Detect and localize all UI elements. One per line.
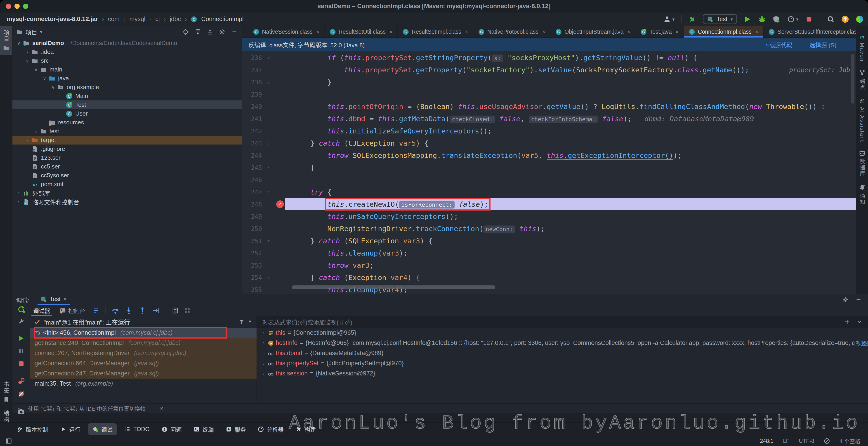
fold-icon[interactable]: ▵ [262,165,275,171]
line-separator[interactable]: LF [783,438,789,444]
line-number[interactable]: 237 [242,66,262,73]
stop-debug-button[interactable] [18,360,25,367]
sidebar-item-通知[interactable]: 通知 [856,184,868,205]
tree-item-target[interactable]: ›target [12,136,242,145]
toolwindow-问题[interactable]: 问题 [157,423,186,435]
tree-chevron-icon[interactable]: › [32,129,40,134]
stack-frame[interactable]: connect:207, NonRegisteringDriver(com.my… [30,348,256,358]
editor-tab[interactable]: CResultSetImpl.class× [398,26,473,37]
line-number[interactable]: 250 [242,225,262,232]
close-tab-icon[interactable]: × [316,29,319,35]
editor-tab[interactable]: CServerStatusDiffInterceptor.class× [764,26,868,37]
horizontal-scrollbar[interactable] [292,286,495,289]
line-number[interactable]: 255 [242,286,262,293]
expand-icon[interactable]: › [260,340,268,346]
line-number[interactable]: 242 [242,127,262,135]
user-menu-button[interactable]: ▾ [663,16,675,23]
hide-tabs-icon[interactable]: — [242,26,248,37]
breadcrumb-item[interactable]: cj [155,16,160,23]
evaluate-expression-button[interactable] [172,307,178,314]
tab-debugger[interactable]: 调试器 [31,305,52,316]
thread-selector[interactable]: "main"@1 在组"main": 正在运行 ▾ [30,316,256,328]
sidebar-item-bookmarks[interactable]: 书签 [0,378,12,407]
expand-icon[interactable]: › [260,351,268,356]
line-number[interactable]: 254 [242,274,262,281]
tree-item-[interactable]: ›外部库 [12,189,242,198]
add-watch-button[interactable] [844,319,850,325]
fold-icon[interactable]: ▵ [262,274,275,280]
fold-icon[interactable]: ▵ [262,79,275,85]
editor-tab[interactable]: CTest.java× [636,26,684,37]
line-number[interactable]: 246 [242,176,262,183]
watch-options-button[interactable] [856,319,863,325]
vertical-scrollbar[interactable] [851,54,855,103]
stack-frame[interactable]: getConnection:247, DriverManager(java.sq… [30,368,256,379]
line-number[interactable]: 241 [242,115,262,122]
toolwindow-版本控制[interactable]: 版本控制 [13,423,53,435]
tree-item-src[interactable]: ∨src [12,56,242,65]
close-tab-icon[interactable]: × [465,29,468,35]
indent-setting[interactable]: 4 个空格 [839,437,860,445]
thread-dropdown-icon[interactable]: ▾ [249,319,251,325]
readonly-icon[interactable] [824,438,830,444]
tree-item-.idea[interactable]: ›.idea [12,48,242,56]
tree-chevron-icon[interactable]: › [15,199,23,204]
editor-tab[interactable]: CNativeSession.class× [248,26,324,37]
variable-row[interactable]: ›this.dbmd={DatabaseMetaData@989} [257,348,868,358]
run-button[interactable] [744,16,751,23]
tree-item-cc5yso.ser[interactable]: cc5yso.ser [12,171,242,180]
debug-session-tab[interactable]: Test × [37,294,70,305]
variable-row[interactable]: ›this.session={NativeSession@972} [257,368,868,379]
line-number[interactable]: 249 [242,213,262,220]
breakpoint-icon[interactable]: ✓ [276,200,284,208]
tool-window-switcher-icon[interactable] [5,438,12,444]
line-number[interactable]: 247 [242,189,262,196]
line-number[interactable]: 252 [242,250,262,257]
fold-icon[interactable]: ▿ [262,55,275,61]
build-button[interactable] [688,16,696,23]
tree-item-[interactable]: ›临时文件和控制台 [12,198,242,206]
debug-settings-button[interactable] [842,297,848,303]
tree-item-.gitignore[interactable]: .gitignore [12,145,242,153]
sidebar-item-project[interactable]: 项目 [0,26,12,55]
search-everywhere-button[interactable] [827,16,835,23]
close-tab-icon[interactable]: × [389,29,393,35]
fold-icon[interactable]: ▿ [262,238,275,244]
toolwindow-todo[interactable]: TODO [120,424,154,434]
fold-icon[interactable]: ▿ [262,140,275,146]
line-number[interactable]: 236 [242,54,262,61]
variable-row[interactable]: ›this.propertySet={JdbcPropertySetImpl@9… [257,358,868,368]
hide-panel-button[interactable] [231,29,238,35]
stack-frame[interactable]: getConnection:664, DriverManager(java.sq… [30,358,256,368]
expand-all-button[interactable] [195,29,201,35]
line-number[interactable]: 244 [242,152,262,159]
caret-position[interactable]: 248:1 [760,438,774,444]
choose-sources-link[interactable]: 选择源 (S)... [809,40,841,49]
view-breakpoints-button[interactable] [18,378,25,385]
tree-chevron-icon[interactable]: › [23,138,31,143]
collapse-all-button[interactable] [207,29,213,35]
sidebar-item-maven[interactable]: mMaven [856,34,868,62]
line-number[interactable]: 251 [242,237,262,244]
tree-item-serialDemo[interactable]: ∨serialDemo~/Documents/Code/JavaCode/ser… [12,39,242,48]
tree-item-test[interactable]: ›test [12,127,242,136]
ide-settings-sync-icon[interactable] [856,16,864,23]
breadcrumb-item[interactable]: mysql-connector-java-8.0.12.jar [7,16,98,23]
tree-item-org.example[interactable]: ∨org.example [12,83,242,92]
tree-item-java[interactable]: ∨java [12,74,242,83]
expand-icon[interactable]: › [260,330,268,335]
line-number[interactable]: 239 [242,91,262,98]
file-encoding[interactable]: UTF-8 [799,438,814,444]
breadcrumb-item[interactable]: com [108,16,120,23]
tree-item-cc5.ser[interactable]: cc5.ser [12,162,242,171]
step-out-button[interactable] [138,307,146,315]
rerun-button[interactable] [18,305,25,313]
watch-input[interactable]: 对表达式求值(⏎)或添加监视(⇧⏎) [257,316,868,328]
tree-chevron-icon[interactable]: ∨ [15,40,23,46]
editor-tab[interactable]: CObjectInputStream.java× [550,26,636,37]
tree-item-resources[interactable]: resources [12,118,242,127]
expand-icon[interactable]: › [260,361,268,366]
locate-file-button[interactable] [182,29,189,35]
step-into-button[interactable] [125,307,133,315]
editor-tab[interactable]: CNativeProtocol.class× [473,26,551,37]
